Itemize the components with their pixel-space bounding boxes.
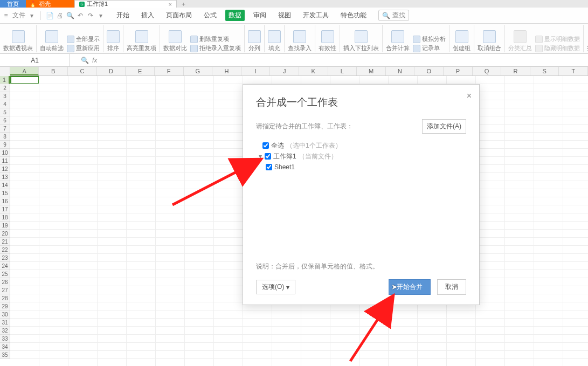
ribbon-fill[interactable]: 填充 [265, 25, 285, 52]
row-header-14[interactable]: 14 [0, 181, 10, 189]
ribbon-find-entry[interactable]: 查找录入 [285, 25, 315, 52]
ribbon-ungroup[interactable]: 取消组合 [474, 25, 505, 52]
menu-review[interactable]: 审阅 [250, 10, 269, 21]
col-header-D[interactable]: D [97, 67, 126, 75]
select-all-corner[interactable] [0, 67, 10, 76]
row-header-3[interactable]: 3 [0, 92, 10, 100]
tab-workbook1[interactable]: S 工作簿1 × [74, 0, 177, 8]
col-header-F[interactable]: F [155, 67, 184, 75]
ribbon-split-col[interactable]: 分列 [245, 25, 265, 52]
menu-devtools[interactable]: 开发工具 [300, 10, 332, 21]
cancel-button[interactable]: 取消 [437, 279, 466, 295]
name-box[interactable]: A1 [0, 54, 70, 66]
file-dropdown-icon[interactable]: ▾ [28, 12, 36, 19]
ribbon-split-table[interactable]: 拆分表格 [584, 25, 588, 52]
row-header-22[interactable]: 22 [0, 246, 10, 254]
add-file-button[interactable]: 添加文件(A) [422, 119, 466, 134]
col-header-P[interactable]: P [444, 67, 473, 75]
qa-dropdown-icon[interactable]: ▾ [97, 12, 105, 19]
menu-start[interactable]: 开始 [113, 10, 133, 21]
row-header-21[interactable]: 21 [0, 238, 10, 246]
ribbon-dropdown-list[interactable]: 插入下拉列表 [340, 25, 383, 52]
ribbon-autofilter[interactable]: 自动筛选 [40, 44, 64, 52]
ribbon-reapply[interactable]: 重新应用 [67, 44, 100, 52]
redo-icon[interactable]: ↷ [87, 12, 94, 19]
tab-daoke[interactable]: 🔥 稻壳 [26, 0, 74, 8]
col-header-H[interactable]: H [212, 67, 241, 75]
col-header-M[interactable]: M [357, 67, 386, 75]
col-header-T[interactable]: T [559, 67, 588, 75]
ribbon-reject-dup[interactable]: 拒绝录入重复项 [190, 44, 241, 52]
checkbox-sheet1[interactable] [266, 164, 272, 170]
preview-icon[interactable]: 🔍 [66, 12, 74, 19]
new-tab-button[interactable]: ＋ [177, 0, 190, 8]
dialog-close-button[interactable]: × [467, 91, 472, 101]
row-header-28[interactable]: 28 [0, 294, 10, 302]
menu-insert[interactable]: 插入 [138, 10, 157, 21]
col-header-J[interactable]: J [270, 67, 299, 75]
row-header-8[interactable]: 8 [0, 133, 10, 141]
ribbon-consolidate[interactable]: 合并计算 [386, 44, 410, 52]
checkbox-select-all[interactable] [262, 142, 269, 149]
col-header-K[interactable]: K [299, 67, 328, 75]
menu-view[interactable]: 视图 [275, 10, 294, 21]
row-header-1[interactable]: 1 [0, 76, 10, 84]
start-merge-button[interactable]: 开始合并 [389, 279, 431, 295]
row-header-23[interactable]: 23 [0, 254, 10, 262]
row-header-16[interactable]: 16 [0, 197, 10, 205]
row-header-6[interactable]: 6 [0, 116, 10, 125]
save-icon[interactable]: 📄 [46, 12, 53, 19]
row-header-24[interactable]: 24 [0, 262, 10, 270]
zoom-icon[interactable]: 🔍 [81, 57, 89, 64]
undo-icon[interactable]: ↶ [77, 12, 84, 19]
row-header-33[interactable]: 33 [0, 335, 10, 343]
col-header-I[interactable]: I [241, 67, 271, 75]
row-header-34[interactable]: 34 [0, 343, 10, 351]
col-header-G[interactable]: G [184, 67, 213, 75]
row-header-35[interactable]: 35 [0, 351, 10, 359]
ribbon-record-form[interactable]: 记录单 [413, 44, 446, 52]
col-header-N[interactable]: N [386, 67, 415, 75]
tab-home[interactable]: 首页 [0, 0, 26, 8]
ribbon-highlight-dup[interactable]: 高亮重复项 [123, 25, 160, 52]
row-header-27[interactable]: 27 [0, 286, 10, 294]
row-header-26[interactable]: 26 [0, 278, 10, 286]
col-header-R[interactable]: R [501, 67, 530, 75]
ribbon-validation[interactable]: 有效性 [315, 25, 340, 52]
row-header-30[interactable]: 30 [0, 310, 10, 319]
row-header-25[interactable]: 25 [0, 270, 10, 278]
row-header-18[interactable]: 18 [0, 213, 10, 222]
ribbon-remove-dup[interactable]: 删除重复项 [190, 35, 241, 43]
menu-special[interactable]: 特色功能 [337, 10, 370, 21]
ribbon-group[interactable]: 创建组 [449, 25, 474, 52]
col-header-B[interactable]: B [39, 67, 68, 75]
row-header-15[interactable]: 15 [0, 189, 10, 197]
fx-icon[interactable]: fx [92, 57, 97, 64]
checkbox-workbook1[interactable] [265, 153, 271, 160]
tree-select-all[interactable]: 全选 （选中1个工作表） [256, 140, 466, 151]
consolidate-icon[interactable] [391, 30, 404, 43]
subtotal-icon[interactable] [514, 30, 527, 43]
file-menu[interactable]: 文件 [12, 11, 25, 20]
compare-icon[interactable] [169, 30, 182, 43]
col-header-Q[interactable]: Q [473, 67, 502, 75]
row-header-20[interactable]: 20 [0, 230, 10, 238]
ribbon-pivot[interactable]: 数据透视表 [0, 25, 37, 52]
col-header-E[interactable]: E [126, 67, 155, 75]
tree-sheet1[interactable]: Sheet1 [256, 162, 466, 172]
menu-page-layout[interactable]: 页面布局 [163, 10, 195, 21]
row-header-9[interactable]: 9 [0, 141, 10, 149]
row-header-10[interactable]: 10 [0, 149, 10, 157]
row-header-29[interactable]: 29 [0, 302, 10, 310]
menu-icon[interactable]: ≡ [2, 12, 10, 19]
row-header-2[interactable]: 2 [0, 84, 10, 92]
column-headers[interactable]: A B C D E F G H I J K L M N O P Q R S T [0, 67, 588, 76]
row-headers[interactable]: 1234567891011121314151617181920212223242… [0, 76, 10, 359]
ribbon-whatif[interactable]: 模拟分析 [413, 35, 446, 43]
row-header-7[interactable]: 7 [0, 125, 10, 133]
row-header-19[interactable]: 19 [0, 222, 10, 230]
tab-close-button[interactable]: × [169, 1, 172, 8]
row-header-11[interactable]: 11 [0, 157, 10, 165]
col-header-S[interactable]: S [530, 67, 559, 75]
row-header-12[interactable]: 12 [0, 165, 10, 173]
